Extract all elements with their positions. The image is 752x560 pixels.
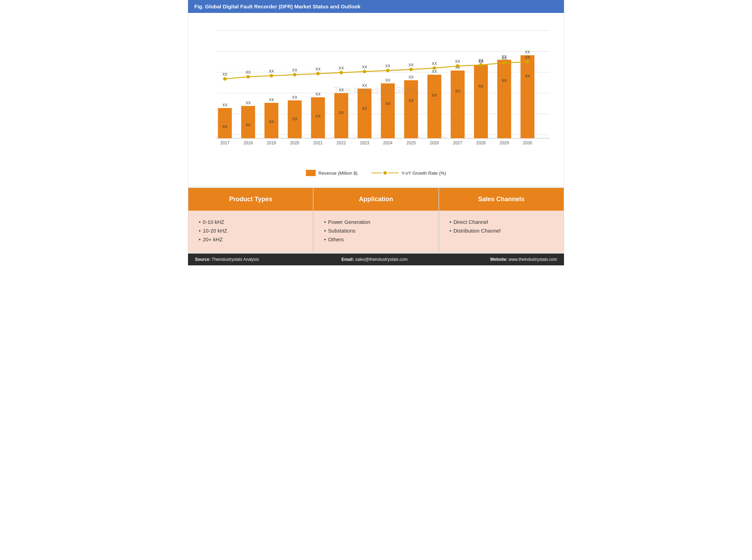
legend-line-container xyxy=(371,171,399,175)
info-box-product-types: Product Types 0-10 kHZ 10-20 kHZ 20+ kHZ xyxy=(188,188,313,253)
line-label-2026: XX xyxy=(432,61,437,66)
list-item: Power Generation xyxy=(324,218,428,226)
bar-2018 xyxy=(241,106,255,138)
bar-2023 xyxy=(358,89,371,138)
bar-mid-label-2026: XX xyxy=(432,93,437,97)
info-box-content-application: Power Generation Substations Others xyxy=(314,211,438,252)
list-item: Others xyxy=(324,235,428,244)
chart-header: Fig. Global Digital Fault Recorder (DFR)… xyxy=(188,0,564,13)
bar-top-label-2022: XX xyxy=(339,88,344,92)
bar-top-label-2019: XX xyxy=(269,98,274,102)
footer-website: Website: www.theindustrystats.com xyxy=(490,257,557,262)
year-label-2021: 2021 xyxy=(313,141,323,145)
application-title: Application xyxy=(359,196,393,203)
year-label-2022: 2022 xyxy=(337,141,346,145)
sales-channels-list: Direct Channel Distribution Channel xyxy=(450,218,553,235)
info-box-sales-channels: Sales Channels Direct Channel Distributi… xyxy=(439,188,564,253)
line-label-2019: XX xyxy=(269,69,274,73)
list-item: 20+ kHZ xyxy=(199,235,302,244)
year-label-2023: 2023 xyxy=(360,141,369,145)
chart-area: The Industry Stats market research xyxy=(188,13,564,187)
page-wrapper: Fig. Global Digital Fault Recorder (DFR)… xyxy=(188,0,564,265)
info-box-header-product-types: Product Types xyxy=(188,188,313,211)
line-label-2017: XX xyxy=(222,72,227,76)
bar-top-label-2020: XX xyxy=(292,95,298,99)
dot-2030 xyxy=(526,60,529,63)
bar-2025 xyxy=(404,80,418,138)
bar-top-label-2025: XX xyxy=(408,75,414,79)
footer-email-value: sales@theindustrystats.com xyxy=(355,257,407,262)
bar-2026 xyxy=(427,75,441,138)
line-label-2027: XX xyxy=(455,59,460,63)
footer-source-value: Theindustrystats Analysis xyxy=(212,257,259,262)
year-label-2029: 2029 xyxy=(499,141,509,145)
bar-mid-label-2022: XX xyxy=(339,111,344,115)
bar-2030 xyxy=(520,55,534,138)
bar-2024 xyxy=(381,83,395,138)
list-item: Direct Channel xyxy=(450,218,553,226)
line-label-2023: XX xyxy=(362,65,367,69)
footer-email: Email: sales@theindustrystats.com xyxy=(341,257,408,262)
dot-2017 xyxy=(223,77,227,81)
footer-website-value: www.theindustrystats.com xyxy=(509,257,557,262)
footer-email-label: Email: xyxy=(341,257,354,262)
dot-2023 xyxy=(363,70,366,73)
line-label-2025: XX xyxy=(408,63,414,67)
line-label-2018: XX xyxy=(246,70,251,74)
legend-line: Y-oY Growth Rate (%) xyxy=(371,171,446,176)
dot-2021 xyxy=(316,72,320,75)
info-box-header-sales-channels: Sales Channels xyxy=(439,188,564,211)
bar-2017 xyxy=(218,108,232,138)
year-label-2018: 2018 xyxy=(243,141,253,145)
year-label-2028: 2028 xyxy=(476,141,486,145)
info-box-content-sales-channels: Direct Channel Distribution Channel xyxy=(439,211,564,252)
chart-legend: Revenue (Million $) Y-oY Growth Rate (%) xyxy=(199,166,553,183)
dot-2024 xyxy=(386,69,390,72)
legend-bar: Revenue (Million $) xyxy=(306,170,358,176)
line-label-2028: XX xyxy=(479,58,484,62)
bar-top-label-2024: XX xyxy=(385,78,391,82)
info-box-content-product-types: 0-10 kHZ 10-20 kHZ 20+ kHZ xyxy=(188,211,313,252)
dot-2027 xyxy=(456,64,459,68)
list-item: 10-20 kHZ xyxy=(199,226,302,235)
year-label-2027: 2027 xyxy=(453,141,463,145)
bar-mid-label-2018: XX xyxy=(246,123,251,127)
list-item: Distribution Channel xyxy=(450,226,553,235)
bar-mid-label-2030: XX xyxy=(525,74,530,78)
legend-bar-box xyxy=(306,170,316,176)
dot-2018 xyxy=(246,75,250,78)
bar-mid-label-2028: XX xyxy=(479,84,484,88)
dot-2020 xyxy=(293,73,296,76)
dot-2026 xyxy=(433,66,436,70)
year-label-2017: 2017 xyxy=(220,141,230,145)
dot-2025 xyxy=(409,68,413,71)
bar-top-label-2018: XX xyxy=(246,101,251,105)
line-label-2024: XX xyxy=(385,64,391,68)
dot-2022 xyxy=(339,71,343,74)
footer-source: Source: Theindustrystats Analysis xyxy=(195,257,259,262)
line-label-2029: XX xyxy=(502,56,507,60)
legend-line-shape xyxy=(371,173,382,173)
bar-mid-label-2029: XX xyxy=(502,78,507,83)
bar-top-label-2023: XX xyxy=(362,83,367,88)
info-box-header-application: Application xyxy=(314,188,438,211)
sales-channels-title: Sales Channels xyxy=(478,196,525,203)
bar-top-label-2026: XX xyxy=(432,69,437,74)
year-label-2030: 2030 xyxy=(523,141,532,145)
bar-2028 xyxy=(474,65,488,138)
legend-bar-label: Revenue (Million $) xyxy=(318,171,358,176)
line-label-2030: XX xyxy=(525,55,530,59)
application-list: Power Generation Substations Others xyxy=(324,218,428,244)
bar-mid-label-2023: XX xyxy=(362,106,367,111)
year-label-2025: 2025 xyxy=(406,141,416,145)
bar-mid-label-2017: XX xyxy=(222,124,227,129)
bar-mid-label-2021: XX xyxy=(315,114,321,118)
dot-2029 xyxy=(503,61,506,65)
product-types-title: Product Types xyxy=(229,196,272,203)
bar-2022 xyxy=(334,93,348,138)
line-label-2022: XX xyxy=(339,66,344,70)
line-label-2021: XX xyxy=(315,67,321,71)
year-label-2026: 2026 xyxy=(430,141,439,145)
info-box-application: Application Power Generation Substations… xyxy=(313,188,438,253)
bar-mid-label-2019: XX xyxy=(269,120,274,124)
